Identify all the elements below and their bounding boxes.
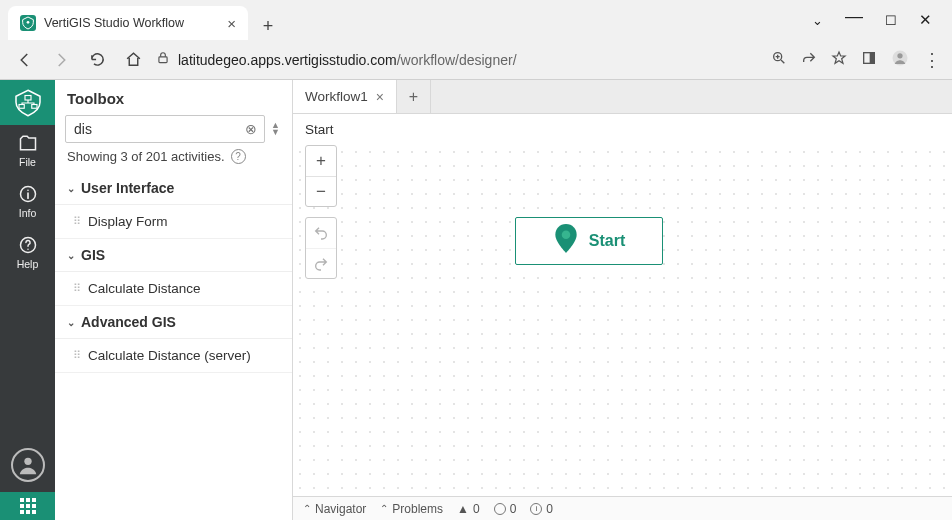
- start-node-label: Start: [589, 232, 625, 250]
- doc-tab-workflow1[interactable]: Workflow1 ×: [293, 80, 397, 113]
- status-hints[interactable]: 0: [494, 502, 517, 516]
- close-window-icon[interactable]: ✕: [919, 11, 932, 29]
- svg-rect-4: [870, 52, 875, 63]
- browser-chrome: VertiGIS Studio Workflow × + ⌄ — ☐ ✕ lat…: [0, 0, 952, 80]
- clear-search-icon[interactable]: ⊗: [242, 120, 260, 138]
- maximize-icon[interactable]: ☐: [885, 13, 897, 28]
- status-errors[interactable]: i0: [530, 502, 553, 516]
- problems-toggle[interactable]: ⌃Problems: [380, 502, 443, 516]
- activity-calculate-distance[interactable]: ⠿ Calculate Distance: [55, 272, 292, 306]
- chevron-down-icon: ⌄: [67, 250, 75, 261]
- zoom-controls: + −: [305, 145, 337, 207]
- left-rail: File Info Help: [0, 80, 55, 520]
- group-advanced-gis[interactable]: ⌄ Advanced GIS: [55, 306, 292, 339]
- svg-point-6: [897, 53, 902, 58]
- browser-tab[interactable]: VertiGIS Studio Workflow ×: [8, 6, 248, 40]
- home-button[interactable]: [120, 47, 146, 73]
- svg-rect-1: [159, 57, 167, 63]
- search-input[interactable]: [74, 121, 240, 137]
- minimize-icon[interactable]: —: [845, 6, 863, 27]
- zoom-icon[interactable]: [771, 50, 787, 70]
- zoom-out-button[interactable]: −: [306, 176, 336, 206]
- start-pin-icon: [553, 223, 579, 259]
- menu-icon[interactable]: ⋮: [923, 49, 940, 71]
- rail-item-help[interactable]: Help: [0, 227, 55, 278]
- new-doc-tab-button[interactable]: +: [397, 80, 431, 113]
- url-text: latitudegeo.apps.vertigisstudio.com/work…: [178, 52, 517, 68]
- chevron-down-icon[interactable]: ⌄: [812, 13, 823, 28]
- chevron-down-icon: ⌄: [67, 317, 75, 328]
- svg-point-12: [24, 458, 31, 465]
- toolbox-search[interactable]: ⊗: [65, 115, 265, 143]
- rail-item-file[interactable]: File: [0, 125, 55, 176]
- rail-label: Info: [19, 207, 37, 219]
- group-gis[interactable]: ⌄ GIS: [55, 239, 292, 272]
- sort-toggle[interactable]: ▲▼: [269, 122, 282, 136]
- grip-icon: ⠿: [73, 282, 80, 295]
- grip-icon: ⠿: [73, 349, 80, 362]
- close-icon[interactable]: ×: [227, 15, 236, 32]
- grip-icon: ⠿: [73, 215, 80, 228]
- svg-rect-9: [31, 104, 36, 108]
- toolbox-title: Toolbox: [55, 80, 292, 115]
- tab-strip: VertiGIS Studio Workflow × + ⌄ — ☐ ✕: [0, 0, 952, 40]
- rail-item-info[interactable]: Info: [0, 176, 55, 227]
- rail-label: Help: [17, 258, 39, 270]
- rail-label: File: [19, 156, 36, 168]
- zoom-in-button[interactable]: +: [306, 146, 336, 176]
- back-button[interactable]: [12, 47, 38, 73]
- status-bar: ⌃Navigator ⌃Problems ▲0 0 i0: [293, 496, 952, 520]
- user-avatar[interactable]: [11, 448, 45, 482]
- forward-button[interactable]: [48, 47, 74, 73]
- activity-calculate-distance-server[interactable]: ⠿ Calculate Distance (server): [55, 339, 292, 373]
- doc-tabs: Workflow1 × +: [293, 80, 952, 114]
- svg-rect-7: [25, 95, 31, 100]
- history-controls: [305, 217, 337, 279]
- svg-point-13: [561, 230, 570, 239]
- svg-point-0: [27, 21, 30, 24]
- address-bar: latitudegeo.apps.vertigisstudio.com/work…: [0, 40, 952, 79]
- app-favicon: [20, 15, 36, 31]
- bookmark-icon[interactable]: [831, 50, 847, 70]
- toolbox-status: Showing 3 of 201 activities. ?: [55, 149, 292, 172]
- breadcrumb: Start: [293, 114, 952, 145]
- window-controls: ⌄ — ☐ ✕: [812, 0, 952, 40]
- toolbox-panel: Toolbox ⊗ ▲▼ Showing 3 of 201 activities…: [55, 80, 293, 520]
- workflow-canvas[interactable]: + − Start: [293, 145, 952, 496]
- redo-button[interactable]: [306, 248, 336, 278]
- svg-rect-8: [19, 104, 24, 108]
- lock-icon: [156, 51, 170, 68]
- reload-button[interactable]: [84, 47, 110, 73]
- start-node[interactable]: Start: [515, 217, 663, 265]
- undo-button[interactable]: [306, 218, 336, 248]
- navigator-toggle[interactable]: ⌃Navigator: [303, 502, 366, 516]
- canvas-area: Workflow1 × + Start + − Start: [293, 80, 952, 520]
- browser-tab-title: VertiGIS Studio Workflow: [44, 16, 219, 30]
- extensions-icon[interactable]: [861, 50, 877, 70]
- share-icon[interactable]: [801, 50, 817, 70]
- profile-icon[interactable]: [891, 49, 909, 71]
- close-icon[interactable]: ×: [376, 89, 384, 105]
- chevron-down-icon: ⌄: [67, 183, 75, 194]
- app-root: File Info Help Toolbox ⊗ ▲▼ Showing 3: [0, 80, 952, 520]
- help-icon[interactable]: ?: [231, 149, 246, 164]
- group-user-interface[interactable]: ⌄ User Interface: [55, 172, 292, 205]
- app-logo[interactable]: [0, 80, 55, 125]
- activity-display-form[interactable]: ⠿ Display Form: [55, 205, 292, 239]
- status-warnings[interactable]: ▲0: [457, 502, 480, 516]
- url-field[interactable]: latitudegeo.apps.vertigisstudio.com/work…: [156, 51, 761, 68]
- apps-grid-button[interactable]: [0, 492, 55, 520]
- new-tab-button[interactable]: +: [254, 12, 282, 40]
